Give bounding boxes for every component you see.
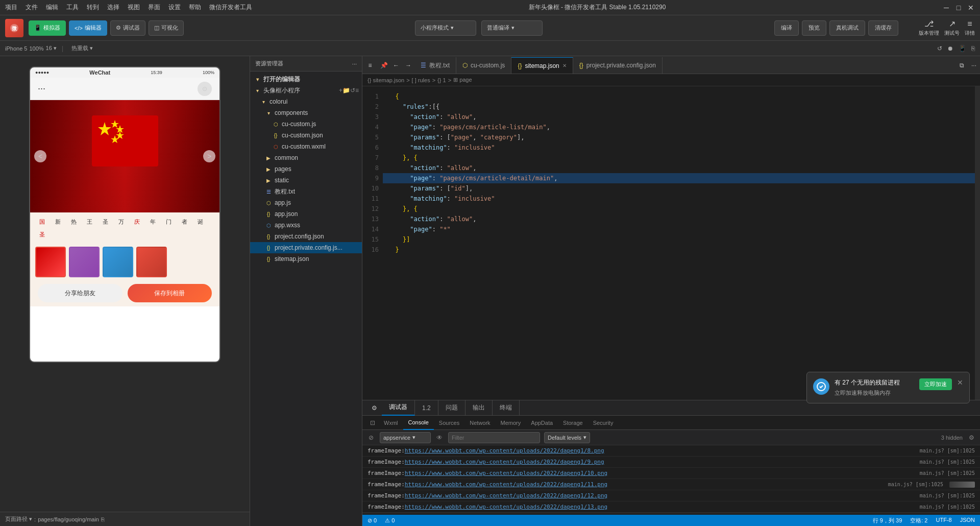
tag-wang[interactable]: 王 bbox=[83, 217, 96, 227]
forward-icon[interactable]: → bbox=[402, 57, 414, 74]
breadcrumb-rules[interactable]: [ ] rules bbox=[412, 77, 430, 83]
breadcrumb-obj1[interactable]: {} 1 bbox=[437, 77, 446, 83]
console-tab-wxml[interactable]: Wxml bbox=[379, 416, 403, 430]
console-tab-security[interactable]: Security bbox=[588, 416, 619, 430]
menu-item-help[interactable]: 帮助 bbox=[189, 3, 201, 12]
refresh-tree-icon[interactable]: ↺ bbox=[350, 87, 355, 94]
debug-tab-debugger[interactable]: 调试器 bbox=[382, 400, 415, 416]
version-manager-button[interactable]: ⎇ 版本管理 bbox=[919, 19, 939, 37]
record-icon[interactable]: ⏺ bbox=[947, 45, 953, 52]
thumbnail-4[interactable] bbox=[136, 247, 167, 277]
debug-tab-terminal[interactable]: 终端 bbox=[493, 400, 520, 416]
compile-dropdown[interactable]: 普通编译 ▾ bbox=[481, 20, 543, 36]
file-app-wxss[interactable]: ⬡ app.wxss bbox=[250, 220, 362, 231]
share-button[interactable]: 分享给朋友 bbox=[38, 284, 122, 302]
file-project-config[interactable]: {} project.config.json bbox=[250, 231, 362, 242]
menu-item-tools[interactable]: 工具 bbox=[66, 3, 79, 12]
vertical-scrollbar[interactable] bbox=[975, 86, 980, 400]
notification-action-button[interactable]: 立即加速 bbox=[919, 378, 952, 390]
device-debug-button[interactable]: 真机调试 bbox=[829, 20, 865, 36]
code-content[interactable]: { "rules":[{ "action": "allow", "page": … bbox=[383, 86, 975, 400]
path-label[interactable]: 页面路径 ▾ bbox=[5, 515, 32, 523]
tag-nian[interactable]: 年 bbox=[146, 217, 160, 227]
close-button[interactable]: ✕ bbox=[967, 4, 975, 12]
tag-guoqing[interactable]: 国 bbox=[35, 217, 49, 227]
file-app-js[interactable]: ⬡ app.js bbox=[250, 197, 362, 208]
menu-bar[interactable]: 项目 文件 编辑 工具 转到 选择 视图 界面 设置 帮助 微信开发者工具 bbox=[5, 3, 252, 12]
refresh-icon[interactable]: ↺ bbox=[937, 45, 942, 52]
log-url-6[interactable]: https://www.wobbt.com/wp-content/uploads… bbox=[405, 504, 607, 510]
file-cu-custom-json[interactable]: {} cu-custom.json bbox=[250, 130, 362, 141]
phone-icon[interactable]: 📱 bbox=[959, 45, 966, 52]
clear-cache-button[interactable]: 清缓存 bbox=[868, 20, 898, 36]
tag-sheng[interactable]: 圣 bbox=[99, 217, 112, 227]
thumbnail-2[interactable] bbox=[69, 247, 100, 277]
menu-item-wechat-devtools[interactable]: 微信开发者工具 bbox=[209, 3, 252, 12]
folder-pages[interactable]: ▶ pages bbox=[250, 163, 362, 175]
phone-prev-button[interactable]: < bbox=[34, 150, 46, 162]
tag-re[interactable]: 热 bbox=[67, 217, 81, 227]
more-options-icon[interactable]: ··· bbox=[968, 57, 980, 74]
menu-item-view[interactable]: 视图 bbox=[128, 3, 140, 12]
back-icon[interactable]: ← bbox=[390, 57, 402, 74]
breadcrumb-file[interactable]: {} sitemap.json bbox=[368, 77, 404, 83]
tab-cu-custom-js[interactable]: ⬡ cu-custom.js bbox=[456, 57, 511, 74]
save-to-album-button[interactable]: 保存到相册 bbox=[128, 284, 212, 302]
phone-dots-icon[interactable]: ··· bbox=[38, 83, 45, 94]
tag-wan[interactable]: 万 bbox=[114, 217, 128, 227]
details-button[interactable]: ≡ 详情 bbox=[965, 19, 975, 37]
file-cu-custom-js[interactable]: ⬡ cu-custom.js bbox=[250, 118, 362, 130]
debug-tab-output[interactable]: 输出 bbox=[465, 400, 493, 416]
menu-item-goto[interactable]: 转到 bbox=[87, 3, 99, 12]
debug-tools-icon[interactable]: ⚙ bbox=[366, 404, 382, 412]
minimize-button[interactable]: ─ bbox=[942, 4, 950, 12]
more-icon[interactable]: ··· bbox=[352, 61, 357, 67]
open-editors-section[interactable]: ▾ 打开的编辑器 bbox=[250, 74, 362, 85]
file-app-json[interactable]: {} app.json bbox=[250, 208, 362, 220]
debugger-button[interactable]: ⚙ 调试器 bbox=[110, 20, 145, 36]
project-root[interactable]: ▾ 头像框小程序 + 📁 ↺ ≡ bbox=[250, 85, 362, 96]
console-tab-sources[interactable]: Sources bbox=[434, 416, 464, 430]
simulator-button[interactable]: 📱 模拟器 bbox=[29, 20, 66, 36]
folder-colorui[interactable]: ▾ colorui bbox=[250, 96, 362, 107]
log-url-2[interactable]: https://www.wobbt.com/wp-content/uploads… bbox=[405, 459, 604, 465]
tag-qing[interactable]: 庆 bbox=[130, 217, 144, 227]
console-tab-storage[interactable]: Storage bbox=[558, 416, 588, 430]
tab-menu-icon[interactable]: ≡ bbox=[362, 57, 378, 74]
debug-tab-version[interactable]: 1.2 bbox=[415, 400, 438, 416]
tag-men[interactable]: 门 bbox=[162, 217, 176, 227]
filter-input[interactable] bbox=[448, 432, 540, 443]
debug-tab-problems[interactable]: 问题 bbox=[438, 400, 465, 416]
preview-button[interactable]: 预览 bbox=[802, 20, 826, 36]
tag-sheng2[interactable]: 圣 bbox=[35, 229, 49, 240]
phone-next-button[interactable]: > bbox=[203, 150, 215, 162]
tag-zhe[interactable]: 者 bbox=[178, 217, 191, 227]
file-cu-custom-wxml[interactable]: ⬡ cu-custom.wxml bbox=[250, 141, 362, 152]
device-selector[interactable]: iPhone 5 100% 16 ▾ bbox=[5, 45, 57, 52]
tag-xin[interactable]: 新 bbox=[51, 217, 65, 227]
folder-static[interactable]: ▶ static bbox=[250, 175, 362, 186]
log-levels-dropdown[interactable]: Default levels ▾ bbox=[544, 432, 590, 443]
clear-console-icon[interactable]: ⊘ bbox=[366, 433, 376, 442]
settings-icon[interactable]: ⚙ bbox=[967, 433, 976, 442]
log-url-4[interactable]: https://www.wobbt.com/wp-content/uploads… bbox=[405, 481, 607, 488]
test-account-button[interactable]: ↗ 测试号 bbox=[944, 19, 960, 37]
phone-more-icon[interactable]: ⊙ bbox=[198, 82, 212, 96]
context-selector[interactable]: appservice ▾ bbox=[380, 432, 431, 443]
log-url-3[interactable]: https://www.wobbt.com/wp-content/uploads… bbox=[405, 470, 607, 476]
tab-tutorial[interactable]: ☰ 教程.txt bbox=[414, 57, 456, 74]
thumbnail-1[interactable] bbox=[35, 247, 66, 277]
folder-components[interactable]: ▾ components bbox=[250, 107, 362, 118]
pin-icon[interactable]: 📌 bbox=[378, 57, 390, 74]
code-editor[interactable]: 1 2 3 4 5 6 7 8 9 10 11 12 13 14 15 16 bbox=[362, 86, 980, 400]
mode-dropdown[interactable]: 小程序模式 ▾ bbox=[415, 20, 476, 36]
editor-button[interactable]: </> 编辑器 bbox=[69, 20, 107, 36]
console-tab-memory[interactable]: Memory bbox=[496, 416, 526, 430]
menu-item-select[interactable]: 选择 bbox=[107, 3, 119, 12]
tag-dan[interactable]: 诞 bbox=[193, 217, 207, 227]
copy-icon[interactable]: ⎘ bbox=[971, 45, 975, 52]
visualize-button[interactable]: ◫ 可视化 bbox=[149, 20, 184, 36]
hotreload-toggle[interactable]: 热重载 ▾ bbox=[68, 43, 96, 53]
split-editor-icon[interactable]: ⧉ bbox=[955, 57, 968, 74]
log-url-5[interactable]: https://www.wobbt.com/wp-content/uploads… bbox=[405, 492, 607, 499]
